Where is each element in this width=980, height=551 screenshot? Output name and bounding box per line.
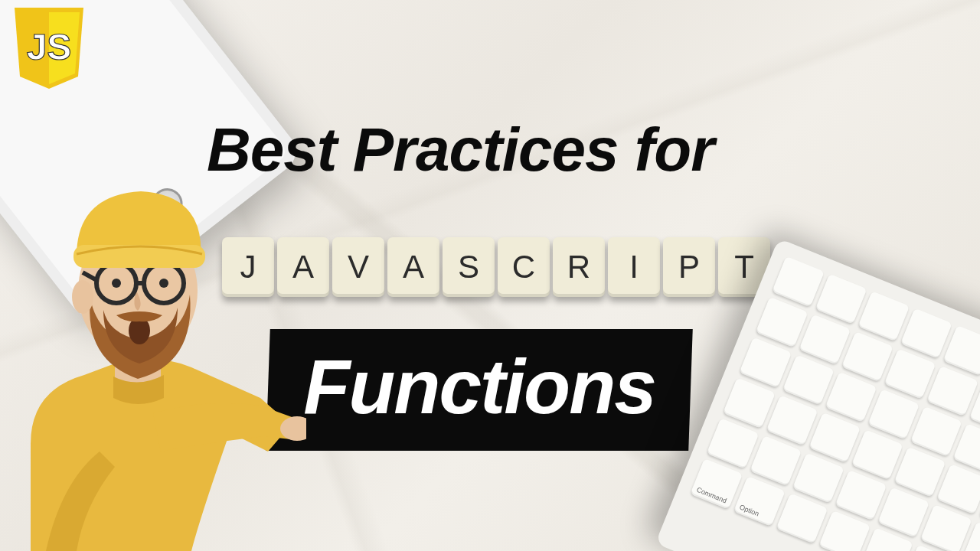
keyboard-key	[750, 435, 802, 486]
keyboard-key	[920, 504, 972, 551]
keyboard-key	[739, 337, 791, 388]
keyboard-key	[723, 377, 775, 428]
keyboard-key	[877, 487, 929, 537]
keyboard-key	[792, 452, 844, 503]
keyboard-key	[858, 291, 910, 341]
keyboard-key	[782, 354, 835, 405]
keyboard-key	[799, 314, 851, 364]
keyboard-key	[707, 418, 759, 468]
functions-banner: Functions	[266, 329, 692, 451]
svg-point-13	[72, 280, 93, 314]
person-pointing	[0, 122, 306, 551]
functions-text: Functions	[303, 343, 655, 431]
letter-tile: A	[387, 237, 439, 297]
keyboard-key	[926, 366, 978, 416]
keyboard-key	[825, 372, 877, 422]
letter-tile: S	[443, 237, 495, 297]
keyboard-key	[756, 297, 808, 347]
keyboard-key	[808, 412, 861, 463]
keyboard-key	[910, 406, 962, 457]
keyboard-key	[776, 493, 828, 543]
keyboard-key	[936, 464, 980, 514]
keyboard-key	[841, 331, 893, 382]
js-logo-badge: JS	[11, 6, 87, 92]
keyboard-key	[884, 348, 936, 399]
letter-tile: P	[663, 237, 715, 297]
svg-point-10	[112, 279, 121, 288]
keyboard-key	[815, 273, 867, 324]
keyboard-key	[835, 470, 887, 520]
keyboard-key	[772, 256, 824, 307]
letter-tile: I	[608, 237, 660, 297]
letter-tile: C	[498, 237, 550, 297]
keyboard-key	[766, 395, 818, 445]
svg-point-11	[159, 279, 168, 288]
keyboard-key-command: Command	[690, 458, 742, 509]
keyboard-key	[851, 429, 903, 480]
letter-tile: V	[332, 237, 384, 297]
keyboard-key	[900, 308, 952, 358]
svg-rect-12	[74, 245, 205, 268]
svg-text:JS: JS	[27, 27, 72, 67]
keyboard-key	[893, 447, 946, 497]
letter-tile: R	[553, 237, 605, 297]
keyboard-key	[867, 389, 920, 439]
keyboard-key-option: Option	[733, 476, 785, 527]
js-shield-icon: JS	[11, 6, 87, 92]
